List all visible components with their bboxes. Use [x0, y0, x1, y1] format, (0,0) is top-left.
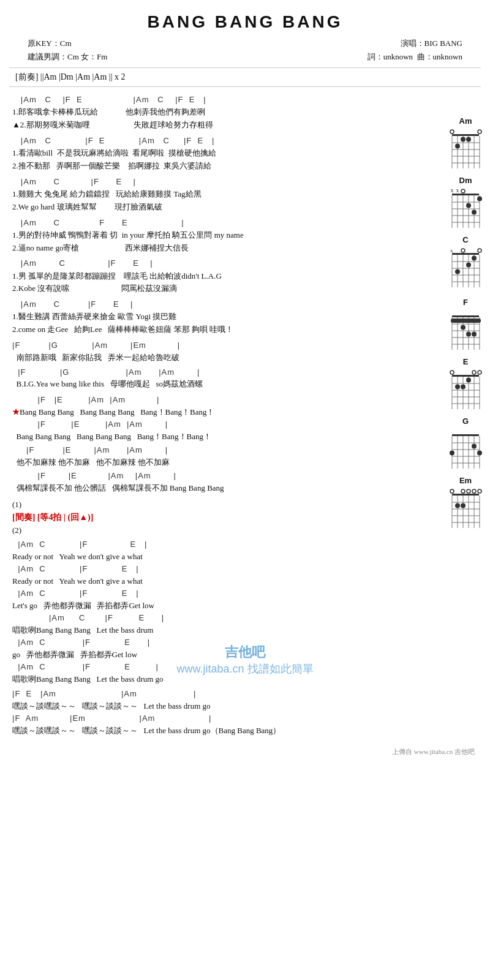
section-1: |Am C |F E |Am C |F E | 1.郎客哦拿卡棒棒瓜玩給 他刺弄…: [9, 94, 429, 132]
chord-line-9f: |Am C |F E |: [12, 662, 426, 673]
svg-point-48: [466, 263, 471, 268]
lyric-8d: 偶棉幫課長不加 他公髒話 偶棉幫課長不加 Bang Bang Bang: [12, 482, 426, 495]
chord-line-6: |Am C |F E |: [12, 299, 426, 310]
lyric-4a: 1.男的對待坤威 鴨鴨對著着 切 in your 摩托拍 騎五公里問 my na…: [12, 229, 426, 242]
lyric-1a: 1.郎客哦拿卡棒棒瓜玩給 他刺弄我他們有夠差咧: [12, 106, 426, 119]
svg-point-62: [461, 325, 466, 330]
lyric-4b: 2.逼no name go寄槍 西米娜補捏大信長: [12, 242, 426, 255]
svg-rect-82: [452, 434, 479, 436]
svg-text:x: x: [451, 187, 454, 194]
lyric-6a: 1.醫生難講 西蕾絲弄硬來搶金 歐雪 Yogi 摸巴雞: [12, 311, 426, 323]
song-title: BANG BANG BANG: [9, 12, 481, 32]
section-6: |Am C |F E | 1.醫生難講 西蕾絲弄硬來搶金 歐雪 Yogi 摸巴雞…: [9, 299, 429, 336]
svg-point-63: [466, 332, 471, 337]
svg-point-47: [472, 256, 477, 261]
svg-point-14: [466, 137, 471, 142]
section-4: |Am C F E | 1.男的對待坤威 鴨鴨對著着 切 in your 摩托拍…: [9, 217, 429, 255]
lyric-3b: 2.We go hard 玻璃姓幫幫 現打臉酒氣破: [12, 201, 426, 214]
lyric-8c: 他不加麻辣 他不加麻 他不加麻辣 他不加麻: [12, 456, 426, 469]
svg-point-95: [477, 451, 482, 456]
lyric-9c: Let's go 弄他都弄微漏 弄掐都弄Get low: [12, 600, 426, 612]
svg-point-81: [461, 385, 466, 390]
lyric-7a: 南部路新哦 新家你貼我 弄米一起給哈魯吃破: [12, 352, 426, 364]
chord-line-8b: |F |E |Am |Am |: [12, 419, 426, 430]
svg-point-108: [461, 489, 465, 493]
svg-point-94: [450, 451, 454, 456]
svg-rect-96: [452, 494, 479, 496]
divider-2: [9, 86, 481, 87]
chord-line-9e: |Am C |F E |: [12, 637, 426, 648]
svg-point-32: [477, 197, 482, 202]
intro-line: [前奏] ||Am |Dm |Am |Am || x 2: [15, 72, 481, 83]
chord-line-9g: |F E |Am |Am |: [12, 688, 426, 699]
chord-diagram-am: Am: [441, 116, 490, 170]
chord-line-9d: |Am C |F E |: [12, 612, 426, 624]
singer-info: 演唱：BIG BANG: [368, 37, 462, 50]
svg-point-78: [478, 371, 481, 374]
lyric-3a: 1.雞雞大 兔兔尾 給力鐺鐺捏 玩給給康雞雞摸 Tag給黑: [12, 188, 426, 201]
suggestion-info: 建議男調：Cm 女：Fm: [28, 50, 107, 64]
lyric-8a: ★Bang Bang Bang Bang Bang Bang Bang！Bang…: [12, 406, 426, 419]
svg-point-109: [467, 489, 470, 493]
section-3: |Am C |F E | 1.雞雞大 兔兔尾 給力鐺鐺捏 玩給給康雞雞摸 Tag…: [9, 176, 429, 214]
lyric-5b: 2.Kobe 沒有說嗦 悶罵松茲沒漏滴: [12, 282, 426, 295]
svg-point-30: [466, 203, 471, 208]
section-9: |Am C |F E | Ready or not Yeah we don't …: [9, 539, 429, 737]
chord-diagram-g: G: [441, 417, 490, 470]
chord-diagram-e: E: [441, 357, 490, 410]
divider-1: [9, 67, 481, 68]
chord-line-8d: |F |E |Am |Am |: [12, 470, 426, 481]
chord-diagram-em: Em: [441, 476, 490, 529]
lyric-9e: go 弄他都弄微漏 弄掐都弄Get low: [12, 649, 426, 662]
lyric-2b: 2.推不動那 弄啊那一個酸芒樂 掐啊娜拉 東吳六婆請給: [12, 160, 426, 173]
c-svg: x: [447, 246, 484, 292]
footer: 上傳自 www.jitaba.cn 吉他吧: [9, 747, 481, 756]
chord-line-9h: |F Am |Em |Am |: [12, 713, 426, 724]
lyric-9h: 嘿談～談嘿談～～ 嘿談～談談～～ Let the bass drum go（Ba…: [12, 725, 426, 737]
lyric-6b: 2.come on 走Gee 給夠Lee 薩棒棒棒歐爸妞薩 笨那 夠唄 哇哦！: [12, 323, 426, 336]
svg-rect-0: [452, 134, 479, 136]
lyric-2a: 1.看清歐bill 不是我玩麻將給滴啦 看尾啊啦 摸槍硬他擒給: [12, 147, 426, 160]
chord-diagram-dm: Dm x x: [441, 176, 490, 229]
chord-line-7: |F |G |Am |Em |: [12, 340, 426, 351]
svg-rect-65: [452, 375, 479, 377]
svg-point-111: [478, 489, 481, 493]
lyric-9g: 嘿談～談嘿談～～ 嘿談～談談～～ Let the bass drum go: [12, 700, 426, 713]
svg-point-77: [472, 371, 476, 374]
svg-point-79: [466, 378, 471, 383]
f-svg: [447, 308, 484, 351]
chord-line-3: |Am C |F E |: [12, 176, 426, 187]
meta-block: 原KEY：Cm 建議男調：Cm 女：Fm 演唱：BIG BANG 詞：unkno…: [9, 37, 481, 64]
svg-point-113: [461, 503, 466, 508]
interlude-section: (1) [間奏] [等4拍 | (回▲)] (2): [9, 500, 429, 535]
lyric-7b: B.I.G.Yea we bang like this 母哪他嘎起 so媽茲尬酒…: [12, 378, 426, 391]
chord-diagrams: Am: [441, 116, 490, 529]
svg-text:x: x: [450, 247, 453, 254]
lyric-9a: Ready or not Yeah we don't give a what: [12, 551, 426, 564]
svg-point-31: [472, 210, 477, 215]
svg-rect-16: [452, 194, 479, 195]
section-8: |F |E |Am |Am | ★Bang Bang Bang Bang Ban…: [9, 394, 429, 495]
g-svg: [447, 427, 484, 470]
chord-line-4: |Am C F E |: [12, 217, 426, 228]
svg-point-80: [455, 385, 460, 390]
chord-line-9c: |Am C |F E |: [12, 588, 426, 599]
svg-point-49: [455, 270, 460, 274]
chord-line-2: |Am C |F E |Am C |F E |: [12, 135, 426, 146]
svg-point-46: [478, 249, 481, 252]
svg-rect-50: [452, 315, 479, 317]
lyric-9b: Ready or not Yeah we don't give a what: [12, 575, 426, 588]
svg-point-64: [472, 332, 477, 337]
svg-point-29: [461, 189, 465, 193]
interlude-label-1: (1): [12, 500, 426, 510]
chord-diagram-f: F: [441, 298, 490, 351]
chord-line-1: |Am C |F E |Am C |F E |: [12, 94, 426, 105]
e-svg: [447, 368, 484, 410]
svg-point-93: [472, 444, 477, 449]
chord-line-8c: |F |E |Am |Am |: [12, 445, 426, 456]
chord-line-9a: |Am C |F E |: [12, 539, 426, 550]
chord-line-5: |Am C |F E |: [12, 258, 426, 269]
meta-left: 原KEY：Cm 建議男調：Cm 女：Fm: [28, 37, 107, 64]
lyric-5a: 1.男 孤單的是隆某郎都蹦蹦捏 哩該毛 出給帕波didn't L.A.G: [12, 270, 426, 283]
dm-svg: x x: [447, 186, 484, 229]
